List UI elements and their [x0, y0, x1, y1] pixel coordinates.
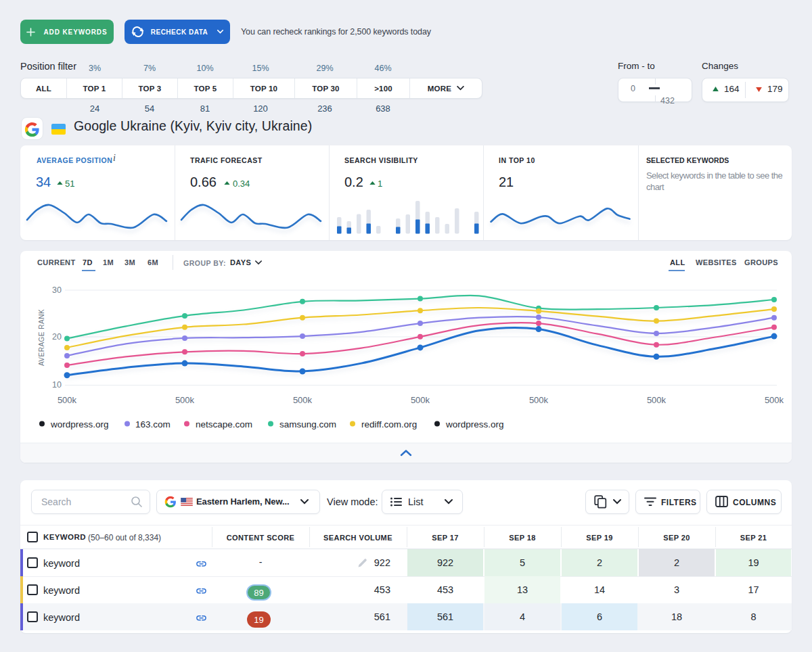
svg-text:wordpress.org: wordpress.org: [50, 419, 109, 429]
svg-text:30: 30: [52, 285, 62, 295]
svg-text:AVERAGE RANK: AVERAGE RANK: [38, 309, 45, 366]
svg-text:rediff.com.org: rediff.com.org: [361, 419, 417, 429]
svg-text:500k: 500k: [58, 395, 77, 405]
svg-text:10: 10: [52, 380, 62, 390]
svg-text:500k: 500k: [529, 395, 549, 405]
svg-text:500k: 500k: [293, 395, 313, 405]
svg-text:500k: 500k: [765, 395, 784, 405]
svg-text:20: 20: [52, 332, 62, 342]
svg-text:500k: 500k: [647, 395, 667, 405]
svg-text:wordpress.org: wordpress.org: [445, 419, 504, 429]
svg-text:samsung.com: samsung.com: [279, 419, 336, 429]
svg-text:500k: 500k: [175, 395, 195, 405]
svg-text:163.com: 163.com: [135, 419, 171, 429]
svg-text:netscape.com: netscape.com: [196, 419, 252, 429]
svg-text:500k: 500k: [411, 395, 430, 405]
